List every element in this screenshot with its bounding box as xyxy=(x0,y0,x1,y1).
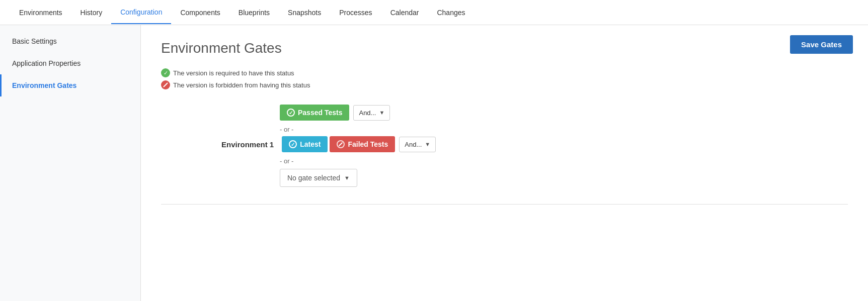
no-gate-dropdown[interactable]: No gate selected ▼ xyxy=(280,169,357,187)
sidebar-item-environment-gates[interactable]: Environment Gates xyxy=(0,74,140,96)
latest-badge[interactable]: ✓ Latest xyxy=(282,136,328,152)
passed-tests-badge[interactable]: ✓ Passed Tests xyxy=(280,105,349,121)
main-content: Environment Gates ✓ The version is requi… xyxy=(141,25,868,301)
legend-forbidden: The version is forbidden from having thi… xyxy=(161,80,848,89)
page-layout: Basic Settings Application Properties En… xyxy=(0,25,868,301)
environment-1-label: Environment 1 xyxy=(221,140,274,149)
chevron-down-icon: ▼ xyxy=(379,110,384,116)
or-divider-2: - or - xyxy=(280,157,293,165)
gate-row-3: No gate selected ▼ xyxy=(221,168,357,187)
top-navigation: Environments History Configuration Compo… xyxy=(0,0,868,25)
bottom-divider xyxy=(161,204,848,205)
check-circle-icon: ✓ xyxy=(161,68,170,77)
check-icon-latest: ✓ xyxy=(289,140,297,148)
chevron-down-icon-2: ▼ xyxy=(425,141,430,147)
failed-tests-badge[interactable]: Failed Tests xyxy=(330,136,395,152)
nav-calendar[interactable]: Calendar xyxy=(381,2,428,24)
check-icon-passed: ✓ xyxy=(287,109,295,117)
nav-configuration[interactable]: Configuration xyxy=(111,1,171,24)
gates-area: ✓ Passed Tests And... ▼ - or - Environme… xyxy=(161,105,848,189)
nav-changes[interactable]: Changes xyxy=(428,2,474,24)
gate-row-1: ✓ Passed Tests And... ▼ xyxy=(221,105,390,121)
legend-required: ✓ The version is required to have this s… xyxy=(161,68,848,77)
gate-row-2: Environment 1 ✓ Latest Failed Tests And.… xyxy=(221,136,436,152)
legend: ✓ The version is required to have this s… xyxy=(161,68,848,89)
sidebar-item-application-properties[interactable]: Application Properties xyxy=(0,52,140,74)
save-gates-button[interactable]: Save Gates xyxy=(790,35,853,54)
sidebar-item-basic-settings[interactable]: Basic Settings xyxy=(0,30,140,52)
nav-processes[interactable]: Processes xyxy=(330,2,381,24)
nav-history[interactable]: History xyxy=(71,2,112,24)
or-divider-1: - or - xyxy=(280,126,293,133)
chevron-down-icon-3: ▼ xyxy=(344,175,350,181)
nav-environments[interactable]: Environments xyxy=(10,2,71,24)
nav-components[interactable]: Components xyxy=(171,2,229,24)
sidebar: Basic Settings Application Properties En… xyxy=(0,25,141,301)
forbidden-icon-failed xyxy=(337,140,345,148)
nav-blueprints[interactable]: Blueprints xyxy=(229,2,279,24)
nav-snapshots[interactable]: Snapshots xyxy=(279,2,330,24)
and-dropdown-2[interactable]: And... ▼ xyxy=(399,137,436,152)
page-title: Environment Gates xyxy=(161,40,848,56)
forbidden-icon xyxy=(161,80,170,89)
and-dropdown-1[interactable]: And... ▼ xyxy=(353,105,390,121)
